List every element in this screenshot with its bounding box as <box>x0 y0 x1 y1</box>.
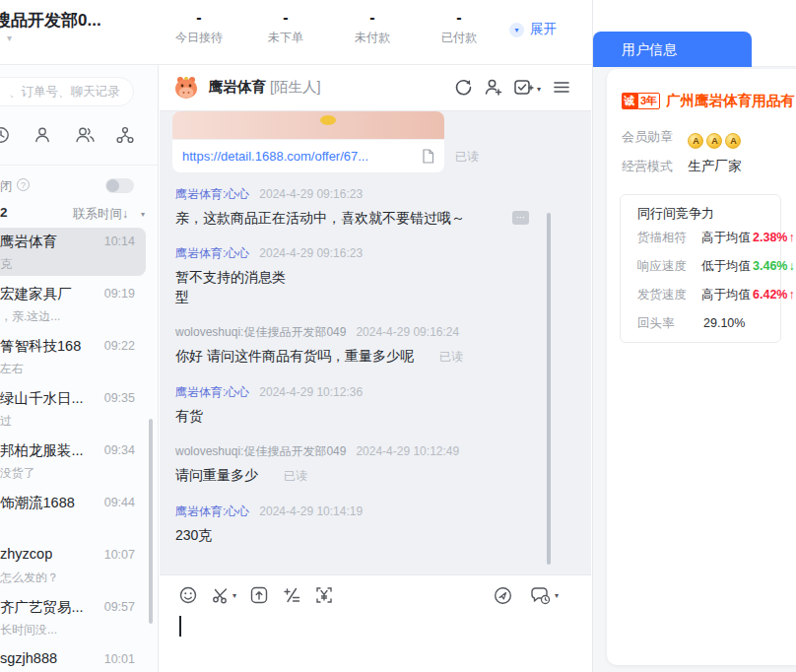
contact-item[interactable]: 齐广艺贸易...09:57长时间没... <box>0 597 159 649</box>
org-chart-icon[interactable] <box>115 125 135 145</box>
contact-item[interactable]: 宏建家具厂09:19，亲.这边... <box>0 284 159 336</box>
person-icon[interactable] <box>33 125 52 145</box>
stat-value: - <box>242 7 329 29</box>
filter-row: 闭 ? <box>0 175 148 197</box>
sidebar-scrollbar[interactable] <box>149 419 153 624</box>
people-icon[interactable] <box>74 125 96 145</box>
down-arrow-icon: ↓ <box>788 259 794 273</box>
contact-time: 10:01 <box>104 652 135 666</box>
user-info-panel: 用户信息 诚 3年 广州鹰岩体育用品有 会员勋章 AAA 经营模式 生产厂家 同… <box>592 0 796 672</box>
message-time: 2024-4-29 09:16:24 <box>356 325 459 339</box>
product-link-card[interactable]: https://detail.1688.com/offer/67... <box>172 111 444 172</box>
metric-value: 6.42% <box>753 288 787 302</box>
expand-button[interactable]: ▾ 展开 <box>509 21 557 38</box>
contact-name: 鹰岩体育 <box>0 233 57 251</box>
chevron-down-icon[interactable]: ▾ <box>141 210 145 219</box>
peer-avatar[interactable] <box>172 74 200 101</box>
chevron-down-icon[interactable]: ▾ <box>7 33 12 43</box>
contact-item[interactable]: sgzjh88810:01 <box>0 649 159 672</box>
chat-message-area[interactable]: https://detail.1688.com/offer/67... 已读 鹰… <box>160 111 591 574</box>
contact-preview: 克 <box>0 256 12 273</box>
contact-item[interactable]: 鹰岩体育10:14克 <box>0 232 159 284</box>
message-more-button[interactable]: ⋯ <box>512 211 529 225</box>
product-link[interactable]: https://detail.1688.com/offer/67... <box>182 149 422 164</box>
emoji-icon[interactable] <box>178 585 198 605</box>
refresh-icon[interactable] <box>453 77 474 98</box>
message-time: 2024-4-29 09:16:23 <box>259 187 363 201</box>
read-status: 已读 <box>455 149 479 166</box>
contact-item[interactable]: 箐智科技16809:22左右 <box>0 336 159 388</box>
add-task-icon[interactable] <box>512 77 534 98</box>
chat-history-icon[interactable]: ▾ <box>529 585 559 606</box>
metric-label: 响应速度 <box>637 258 701 275</box>
help-icon[interactable]: ? <box>17 178 30 191</box>
contact-time: 09:35 <box>104 391 135 405</box>
chat-scrollbar[interactable] <box>547 213 551 565</box>
competitiveness-row: 货描相符高于均值2.38%↑ <box>637 230 776 247</box>
contact-item[interactable]: 邦柏龙服装...09:34没货了 <box>0 440 159 493</box>
contact-name: zhyzcop <box>0 546 52 562</box>
conversation-count: 2 <box>0 205 8 220</box>
search-placeholder: 、订单号、聊天记录 <box>9 84 120 101</box>
contact-name: 邦柏龙服装... <box>0 441 84 460</box>
metric-value: 3.46% <box>753 259 787 273</box>
up-arrow-icon: ↑ <box>788 288 794 302</box>
payment-yuan-icon[interactable] <box>314 585 334 605</box>
contact-time: 09:22 <box>104 339 135 353</box>
workgroup-title[interactable]: 搜品开发部0... <box>0 9 101 32</box>
message-text: 230克 <box>175 525 567 545</box>
medal-icon: A <box>688 133 703 149</box>
send-image-icon[interactable] <box>249 585 269 605</box>
message-time: 2024-4-29 09:16:23 <box>259 246 363 260</box>
chevron-down-icon[interactable]: ▾ <box>537 85 541 94</box>
company-name-link[interactable]: 广州鹰岩体育用品有 <box>666 92 795 110</box>
contact-time: 09:44 <box>104 496 135 509</box>
stat-column: -已付款 <box>416 7 502 46</box>
contact-item[interactable]: zhyzcop10:07怎么发的？ <box>0 545 159 597</box>
stat-label: 已付款 <box>416 30 502 46</box>
filter-toggle[interactable] <box>105 178 134 193</box>
competitiveness-row: 响应速度低于均值3.46%↓ <box>637 258 776 276</box>
stat-label: 未付款 <box>329 30 416 46</box>
chevron-down-icon[interactable]: ▾ <box>232 591 236 600</box>
chat-header: 鹰岩体育[陌生人] ▾ <box>160 65 591 111</box>
competitiveness-row: 发货速度高于均值6.42%↑ <box>637 287 776 304</box>
contact-preview: 过 <box>0 413 12 430</box>
clock-icon[interactable] <box>0 125 11 145</box>
medal-label: 会员勋章 <box>622 128 684 146</box>
chat-panel: 鹰岩体育[陌生人] ▾ https://detail.1688.com/offe… <box>160 65 591 672</box>
topbar: 搜品开发部0... ▾ -今日接待-未下单-未付款-已付款 ▾ 展开 <box>0 0 592 65</box>
quick-phrase-icon[interactable] <box>282 585 301 605</box>
document-icon[interactable] <box>422 149 434 164</box>
message-text: 暂不支持的消息类 型 <box>175 267 567 306</box>
add-contact-icon[interactable] <box>483 77 503 98</box>
contact-item[interactable]: 饰潮流168809:44 <box>0 493 159 545</box>
medal-icon: A <box>706 133 722 149</box>
stat-column: -未下单 <box>242 7 329 46</box>
chat-input-area[interactable]: ▾ ▾ <box>160 574 591 672</box>
search-input[interactable]: 、订单号、聊天记录 <box>0 77 134 106</box>
contact-time: 10:07 <box>104 548 135 562</box>
stat-value: - <box>416 7 502 29</box>
contact-sidebar: 、订单号、聊天记录 闭 ? 2 联系时间↓ ▾ 鹰岩体育10:14克宏建家具厂0… <box>0 65 159 672</box>
message-time: 2024-4-29 10:12:36 <box>259 385 363 399</box>
transfer-send-icon[interactable] <box>493 585 513 606</box>
metric-prefix: 高于均值 <box>701 288 751 302</box>
chevron-down-icon[interactable]: ▾ <box>555 591 559 600</box>
contact-item[interactable]: 绿山千水日...09:35过 <box>0 388 159 440</box>
contact-name: 齐广艺贸易... <box>0 598 84 617</box>
contact-list: 鹰岩体育10:14克宏建家具厂09:19，亲.这边...箐智科技16809:22… <box>0 232 159 672</box>
menu-icon[interactable] <box>552 77 571 98</box>
tab-user-info[interactable]: 用户信息 <box>593 32 752 67</box>
metric-prefix: 低于均值 <box>701 259 751 273</box>
contact-name: 饰潮流1688 <box>0 494 75 512</box>
filter-label: 闭 <box>0 178 13 195</box>
message-time: 2024-4-29 10:12:49 <box>356 444 459 458</box>
chat-message: woloveshuqi:促佳搜品开发部0492024-4-29 10:12:49… <box>175 443 567 486</box>
chat-message: 鹰岩体育:心心2024-4-29 09:16:23暂不支持的消息类 型 <box>175 245 567 306</box>
screenshot-scissors-icon[interactable]: ▾ <box>211 585 236 605</box>
read-status: 已读 <box>439 350 463 364</box>
mode-row: 经营模式 生产厂家 <box>622 157 796 176</box>
sort-by-contact-time[interactable]: 联系时间↓ <box>73 206 128 223</box>
stat-column: -未付款 <box>329 7 416 46</box>
